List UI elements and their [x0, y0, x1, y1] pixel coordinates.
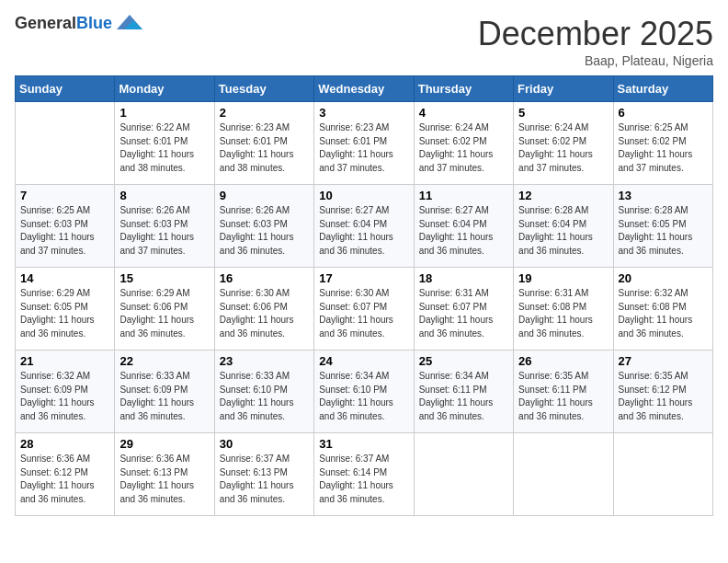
day-info: Sunrise: 6:31 AMSunset: 6:07 PMDaylight:… — [419, 287, 508, 340]
page-header: GeneralBlue December 2025 Baap, Plateau,… — [15, 15, 713, 68]
day-number: 9 — [220, 189, 309, 202]
col-header-wednesday: Wednesday — [314, 76, 414, 102]
calendar-cell: 2Sunrise: 6:23 AMSunset: 6:01 PMDaylight… — [214, 102, 313, 185]
day-number: 22 — [119, 354, 209, 368]
day-info: Sunrise: 6:37 AMSunset: 6:13 PMDaylight:… — [220, 453, 309, 506]
day-number: 8 — [119, 189, 209, 202]
day-info: Sunrise: 6:26 AMSunset: 6:03 PMDaylight:… — [220, 204, 309, 258]
calendar-cell: 4Sunrise: 6:24 AMSunset: 6:02 PMDaylight… — [414, 102, 513, 185]
calendar-cell: 17Sunrise: 6:30 AMSunset: 6:07 PMDayligh… — [314, 268, 414, 350]
calendar-cell: 5Sunrise: 6:24 AMSunset: 6:02 PMDaylight… — [514, 102, 613, 185]
day-info: Sunrise: 6:29 AMSunset: 6:05 PMDaylight:… — [20, 287, 109, 340]
title-block: December 2025 Baap, Plateau, Nigeria — [478, 15, 713, 68]
day-number: 4 — [419, 106, 508, 120]
day-number: 11 — [419, 189, 508, 202]
day-number: 7 — [20, 189, 109, 202]
day-number: 20 — [619, 271, 708, 285]
location-subtitle: Baap, Plateau, Nigeria — [478, 53, 713, 68]
day-number: 10 — [319, 189, 408, 202]
calendar-cell: 26Sunrise: 6:35 AMSunset: 6:11 PMDayligh… — [514, 350, 613, 433]
calendar-cell: 23Sunrise: 6:33 AMSunset: 6:10 PMDayligh… — [214, 350, 313, 433]
calendar-cell: 20Sunrise: 6:32 AMSunset: 6:08 PMDayligh… — [613, 268, 712, 350]
calendar-cell: 22Sunrise: 6:33 AMSunset: 6:09 PMDayligh… — [115, 350, 214, 433]
calendar-week-3: 14Sunrise: 6:29 AMSunset: 6:05 PMDayligh… — [16, 268, 713, 350]
day-info: Sunrise: 6:35 AMSunset: 6:11 PMDaylight:… — [518, 370, 608, 423]
calendar-cell: 9Sunrise: 6:26 AMSunset: 6:03 PMDaylight… — [214, 185, 313, 268]
day-info: Sunrise: 6:28 AMSunset: 6:05 PMDaylight:… — [619, 204, 708, 258]
calendar-cell: 18Sunrise: 6:31 AMSunset: 6:07 PMDayligh… — [414, 268, 513, 350]
calendar-table: SundayMondayTuesdayWednesdayThursdayFrid… — [15, 75, 713, 516]
day-number: 5 — [518, 106, 608, 120]
calendar-cell: 19Sunrise: 6:31 AMSunset: 6:08 PMDayligh… — [514, 268, 613, 350]
day-number: 27 — [619, 354, 708, 368]
day-number: 18 — [419, 271, 508, 285]
calendar-cell: 11Sunrise: 6:27 AMSunset: 6:04 PMDayligh… — [414, 185, 513, 268]
calendar-week-2: 7Sunrise: 6:25 AMSunset: 6:03 PMDaylight… — [16, 185, 713, 268]
calendar-cell: 7Sunrise: 6:25 AMSunset: 6:03 PMDaylight… — [16, 185, 115, 268]
day-info: Sunrise: 6:32 AMSunset: 6:09 PMDaylight:… — [20, 370, 109, 423]
calendar-cell: 3Sunrise: 6:23 AMSunset: 6:01 PMDaylight… — [314, 102, 414, 185]
logo-icon — [115, 13, 144, 33]
day-info: Sunrise: 6:27 AMSunset: 6:04 PMDaylight:… — [419, 204, 508, 258]
col-header-monday: Monday — [115, 76, 214, 102]
calendar-cell — [613, 433, 712, 516]
calendar-week-4: 21Sunrise: 6:32 AMSunset: 6:09 PMDayligh… — [16, 350, 713, 433]
day-number: 12 — [518, 189, 608, 202]
day-info: Sunrise: 6:28 AMSunset: 6:04 PMDaylight:… — [518, 204, 608, 258]
day-info: Sunrise: 6:22 AMSunset: 6:01 PMDaylight:… — [119, 121, 209, 175]
day-info: Sunrise: 6:35 AMSunset: 6:12 PMDaylight:… — [619, 370, 708, 423]
day-info: Sunrise: 6:23 AMSunset: 6:01 PMDaylight:… — [319, 121, 408, 175]
day-info: Sunrise: 6:24 AMSunset: 6:02 PMDaylight:… — [518, 121, 608, 175]
day-number: 6 — [619, 106, 708, 120]
day-number: 29 — [119, 437, 209, 451]
day-info: Sunrise: 6:25 AMSunset: 6:02 PMDaylight:… — [619, 121, 708, 175]
month-title: December 2025 — [478, 15, 713, 53]
logo-general: General — [15, 14, 76, 32]
day-number: 1 — [119, 106, 209, 120]
day-info: Sunrise: 6:25 AMSunset: 6:03 PMDaylight:… — [20, 204, 109, 258]
day-number: 30 — [220, 437, 309, 451]
day-info: Sunrise: 6:34 AMSunset: 6:10 PMDaylight:… — [319, 370, 408, 423]
col-header-saturday: Saturday — [613, 76, 712, 102]
day-info: Sunrise: 6:31 AMSunset: 6:08 PMDaylight:… — [518, 287, 608, 340]
calendar-cell: 24Sunrise: 6:34 AMSunset: 6:10 PMDayligh… — [314, 350, 414, 433]
day-number: 23 — [220, 354, 309, 368]
day-info: Sunrise: 6:30 AMSunset: 6:06 PMDaylight:… — [220, 287, 309, 340]
calendar-cell: 8Sunrise: 6:26 AMSunset: 6:03 PMDaylight… — [115, 185, 214, 268]
day-info: Sunrise: 6:36 AMSunset: 6:13 PMDaylight:… — [119, 453, 209, 506]
day-number: 17 — [319, 271, 408, 285]
calendar-cell: 10Sunrise: 6:27 AMSunset: 6:04 PMDayligh… — [314, 185, 414, 268]
calendar-cell: 13Sunrise: 6:28 AMSunset: 6:05 PMDayligh… — [613, 185, 712, 268]
col-header-sunday: Sunday — [16, 76, 115, 102]
day-info: Sunrise: 6:27 AMSunset: 6:04 PMDaylight:… — [319, 204, 408, 258]
day-info: Sunrise: 6:29 AMSunset: 6:06 PMDaylight:… — [119, 287, 209, 340]
day-number: 26 — [518, 354, 608, 368]
col-header-thursday: Thursday — [414, 76, 513, 102]
col-header-tuesday: Tuesday — [214, 76, 313, 102]
day-number: 25 — [419, 354, 508, 368]
day-number: 21 — [20, 354, 109, 368]
calendar-week-5: 28Sunrise: 6:36 AMSunset: 6:12 PMDayligh… — [16, 433, 713, 516]
calendar-cell: 21Sunrise: 6:32 AMSunset: 6:09 PMDayligh… — [16, 350, 115, 433]
calendar-header-row: SundayMondayTuesdayWednesdayThursdayFrid… — [16, 76, 713, 102]
day-info: Sunrise: 6:24 AMSunset: 6:02 PMDaylight:… — [419, 121, 508, 175]
day-info: Sunrise: 6:23 AMSunset: 6:01 PMDaylight:… — [220, 121, 309, 175]
logo-blue: Blue — [76, 14, 112, 32]
day-number: 2 — [220, 106, 309, 120]
day-info: Sunrise: 6:36 AMSunset: 6:12 PMDaylight:… — [20, 453, 109, 506]
day-info: Sunrise: 6:33 AMSunset: 6:10 PMDaylight:… — [220, 370, 309, 423]
day-info: Sunrise: 6:34 AMSunset: 6:11 PMDaylight:… — [419, 370, 508, 423]
calendar-cell — [16, 102, 115, 185]
calendar-cell: 15Sunrise: 6:29 AMSunset: 6:06 PMDayligh… — [115, 268, 214, 350]
day-number: 3 — [319, 106, 408, 120]
calendar-cell: 16Sunrise: 6:30 AMSunset: 6:06 PMDayligh… — [214, 268, 313, 350]
day-info: Sunrise: 6:37 AMSunset: 6:14 PMDaylight:… — [319, 453, 408, 506]
day-number: 24 — [319, 354, 408, 368]
calendar-cell — [514, 433, 613, 516]
day-number: 28 — [20, 437, 109, 451]
col-header-friday: Friday — [514, 76, 613, 102]
calendar-cell: 31Sunrise: 6:37 AMSunset: 6:14 PMDayligh… — [314, 433, 414, 516]
calendar-cell: 1Sunrise: 6:22 AMSunset: 6:01 PMDaylight… — [115, 102, 214, 185]
day-number: 13 — [619, 189, 708, 202]
calendar-cell — [414, 433, 513, 516]
